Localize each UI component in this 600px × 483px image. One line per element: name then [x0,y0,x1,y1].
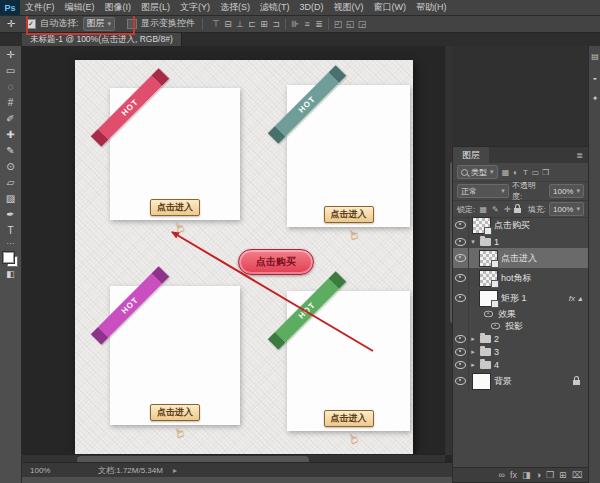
align-horizontal-centers-icon[interactable]: ⊞ [258,19,270,29]
menubar-item[interactable]: 3D(D) [295,0,329,15]
layer-visibility-toggle[interactable] [453,320,469,332]
layer-visibility-toggle[interactable] [453,371,469,391]
filter-smart-objects-icon[interactable]: ❒ [541,168,551,177]
filter-type-layers-icon[interactable]: T [521,168,531,177]
menubar-item[interactable]: 编辑(E) [60,0,100,15]
buy-button[interactable]: 点击购买 [238,249,314,275]
horizontal-scrollbar[interactable] [22,454,445,462]
eyedropper-tool[interactable]: ✐ [0,110,21,126]
effect-visibility-toggle[interactable] [491,323,500,329]
blend-mode-dropdown[interactable]: 正常▾ [457,184,509,198]
menubar-item[interactable]: 窗口(W) [369,0,412,15]
menubar-item[interactable]: 滤镜(T) [255,0,295,15]
enter-button[interactable]: 点击进入 [150,404,200,421]
opacity-field[interactable]: 100%▾ [549,184,584,198]
tab-layers[interactable]: 图层 [453,147,489,163]
distribute-bottom-edges-icon[interactable]: ≣ [313,19,325,29]
menubar-item[interactable]: 视图(V) [329,0,369,15]
color-panel-icon[interactable]: ▤ [591,52,599,61]
layer-visibility-toggle[interactable] [453,345,469,358]
artboard[interactable]: HOT 点击进入 ☞ HOT 点击进入 ☞ HOT 点击进入 ☞ HOT 点击进… [75,60,413,454]
foreground-color-swatch[interactable] [3,252,14,263]
layer-row[interactable]: ▸3 [453,345,588,358]
quick-mask-icon[interactable]: ◧ [0,267,21,281]
fill-field[interactable]: 100%▾ [549,202,584,216]
layer-effects-icon[interactable]: fx [510,468,517,482]
lock-position-icon[interactable]: ✛ [502,205,512,214]
expand-arrow-icon[interactable]: ▾ [469,238,477,246]
layer-visibility-toggle[interactable] [453,358,469,371]
filter-pixel-layers-icon[interactable]: ▦ [501,168,511,177]
status-options-arrow[interactable]: ▸ [173,466,177,475]
move-tool[interactable]: ✛ [0,46,21,62]
layer-row[interactable]: hot角标 [453,268,588,288]
enter-button[interactable]: 点击进入 [324,206,374,223]
layer-row[interactable]: ▸4 [453,358,588,371]
layer-row[interactable]: 点击购买 [453,215,588,235]
3d-mode-roll-icon[interactable]: ◱ [344,19,356,29]
adjustment-layer-icon[interactable]: ◑ [536,468,541,482]
lock-image-pixels-icon[interactable]: ✎ [490,205,500,214]
auto-select-checkbox[interactable]: ✓ [26,19,36,29]
layer-visibility-toggle[interactable] [453,248,469,268]
lasso-tool[interactable]: ◌ [0,78,21,94]
styles-panel-icon[interactable]: ✦ [592,94,599,103]
show-transform-checkbox[interactable] [127,19,137,29]
fx-collapse-icon[interactable]: ▴ [578,294,582,303]
layer-visibility-toggle[interactable] [453,215,469,235]
gradient-tool[interactable]: ▨ [0,190,21,206]
menubar-item[interactable]: 图层(L) [136,0,175,15]
filter-type-dropdown[interactable]: 类型 ▾ [457,165,498,179]
align-right-edges-icon[interactable]: ⊐ [270,19,282,29]
brush-tool[interactable]: ✎ [0,142,21,158]
align-vertical-centers-icon[interactable]: ⊟ [222,19,234,29]
document-tab[interactable]: 未标题-1 @ 100%(点击进入, RGB/8#) [22,32,182,46]
layer-row[interactable]: 背景 [453,371,588,391]
layer-row[interactable]: ▾1 [453,235,588,248]
layer-row[interactable]: 矩形 1fx▴ [453,288,588,308]
layer-row[interactable]: 效果 [453,308,588,320]
vertical-scrollbar[interactable] [444,46,452,455]
align-top-edges-icon[interactable]: ⊤ [210,19,222,29]
healing-brush-tool[interactable]: ✚ [0,126,21,142]
delete-layer-icon[interactable]: ⌧ [572,468,582,482]
align-left-edges-icon[interactable]: ⊏ [246,19,258,29]
layer-row[interactable]: 点击进入 [453,248,588,268]
align-bottom-edges-icon[interactable]: ⊥ [234,19,246,29]
menubar-item[interactable]: 文字(Y) [175,0,215,15]
new-layer-icon[interactable]: ⊞ [559,468,567,482]
distribute-top-edges-icon[interactable]: ⊪ [289,19,301,29]
more-tools-icon[interactable]: … [6,238,15,248]
menubar-item[interactable]: 文件(F) [20,0,60,15]
enter-button[interactable]: 点击进入 [324,410,374,427]
adjustments-panel-icon[interactable]: ◒ [593,73,598,82]
effect-visibility-toggle[interactable] [484,311,493,317]
expand-arrow-icon[interactable]: ▸ [469,348,477,356]
3d-mode-drag-icon[interactable]: ◲ [356,19,368,29]
layer-fx-indicator[interactable]: fx▴ [569,294,588,303]
layer-row[interactable]: 投影 [453,320,588,332]
menubar-item[interactable]: 选择(S) [215,0,255,15]
product-card-bottom-right[interactable]: HOT 点击进入 ☞ [287,291,410,431]
layer-visibility-toggle[interactable] [453,235,469,248]
crop-tool[interactable]: # [0,94,21,110]
product-card-top-right[interactable]: HOT 点击进入 ☞ [287,85,410,227]
expand-arrow-icon[interactable]: ▸ [469,335,477,343]
3d-mode-rotate-icon[interactable]: ◰ [332,19,344,29]
filter-adjustment-layers-icon[interactable]: ◐ [511,168,521,177]
layer-mask-icon[interactable]: ◨ [522,468,531,482]
panel-menu-icon[interactable]: ≣ [571,151,588,160]
menubar-item[interactable]: 帮助(H) [411,0,452,15]
layer-visibility-toggle[interactable] [453,332,469,345]
link-layers-icon[interactable]: ∞ [499,468,505,482]
clone-stamp-tool[interactable]: ⊙ [0,158,21,174]
auto-select-dropdown[interactable]: 图层▾ [83,17,116,31]
lock-all-icon[interactable] [514,208,521,213]
layer-group-icon[interactable]: ❒ [546,468,554,482]
layer-visibility-toggle[interactable] [453,308,469,320]
layer-visibility-toggle[interactable] [453,268,469,288]
expand-arrow-icon[interactable]: ▸ [469,361,477,369]
zoom-level-field[interactable]: 100% [30,466,70,475]
product-card-top-left[interactable]: HOT 点击进入 ☞ [110,88,240,220]
layer-visibility-toggle[interactable] [453,288,469,308]
